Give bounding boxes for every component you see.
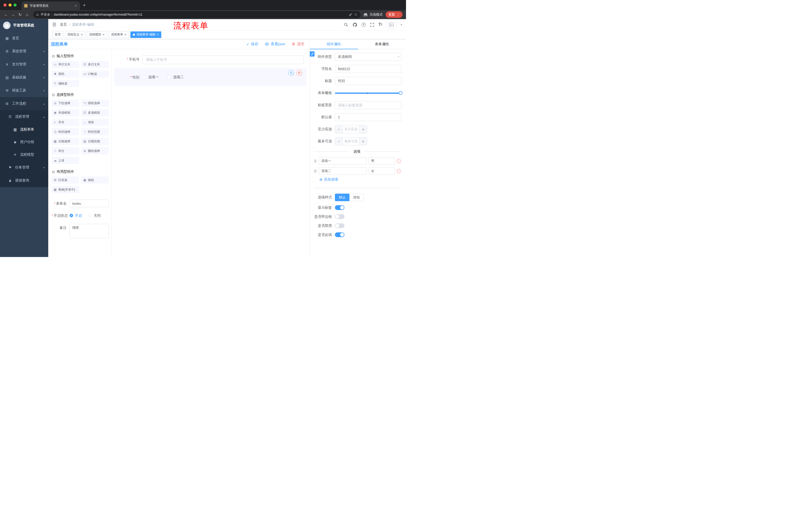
palette-item-password[interactable]: ✱密码 <box>52 71 79 77</box>
option-2-label-input[interactable] <box>319 167 367 175</box>
decrease-button[interactable]: − <box>335 138 343 145</box>
sidebar-toggle-icon[interactable]: ☰ <box>52 22 56 27</box>
palette-item-rate[interactable]: ☆评分 <box>52 147 79 154</box>
clear-button[interactable]: 清空 <box>292 42 304 47</box>
window-minimize-button[interactable] <box>8 3 11 6</box>
decrease-button[interactable]: − <box>335 126 343 133</box>
form-name-input[interactable] <box>69 200 109 207</box>
delete-component-button[interactable] <box>296 70 302 76</box>
palette-item-cascader[interactable]: ⌥级联选择 <box>81 100 109 107</box>
radio-status-on[interactable]: 开启 <box>69 212 82 219</box>
tag-close-icon[interactable]: × <box>103 33 105 36</box>
help-icon[interactable]: ? <box>361 23 366 27</box>
default-value-input[interactable] <box>335 113 402 121</box>
sidebar-item-system[interactable]: ⚙ 系统管理 ▾ <box>0 45 48 58</box>
window-zoom-button[interactable] <box>13 3 17 6</box>
option-2-value-input[interactable] <box>369 167 395 175</box>
fullscreen-icon[interactable] <box>370 23 374 27</box>
option-style-default-button[interactable]: 默认 <box>335 194 349 201</box>
back-button[interactable]: ← <box>2 12 9 17</box>
option-1-label-input[interactable] <box>319 157 367 165</box>
view-json-button[interactable]: 查看json <box>265 42 285 47</box>
sidebar-item-process-form[interactable]: ▥ 流程表单 <box>0 123 48 136</box>
checkbox-box[interactable] <box>142 76 146 79</box>
key-icon[interactable] <box>349 13 352 17</box>
form-remark-textarea[interactable]: 嘿嘿 <box>69 224 109 238</box>
required-switch[interactable] <box>335 232 344 237</box>
window-close-button[interactable] <box>3 3 6 6</box>
canvas-field-phone[interactable]: *手机号 <box>114 52 307 67</box>
tag-process-definition[interactable]: 流程定义 × <box>65 31 85 38</box>
sidebar-item-infrastructure[interactable]: ▤ 基础设施 ▾ <box>0 71 48 84</box>
browser-menu-icon[interactable]: ⋮ <box>397 13 400 17</box>
tag-close-icon[interactable]: × <box>157 33 159 36</box>
checkbox-option-1[interactable]: 选项一 <box>142 75 159 79</box>
home-button[interactable]: ⌂ <box>24 12 31 17</box>
checkbox-option-2[interactable]: 选项二 <box>167 75 184 79</box>
tag-process-form[interactable]: 流程表单 × <box>109 31 129 38</box>
disabled-switch[interactable] <box>335 223 344 228</box>
palette-item-time-picker[interactable]: ◷时间选择 <box>52 128 79 135</box>
min-select-placeholder[interactable]: 至少应选 <box>343 126 359 133</box>
sidebar-item-payment[interactable]: ¥ 支付管理 ▾ <box>0 58 48 71</box>
field-name-input[interactable] <box>335 65 402 73</box>
browser-update-button[interactable]: 更新 ⋮ <box>386 11 403 18</box>
bookmark-star-icon[interactable]: ☆ <box>354 12 357 17</box>
drag-handle-icon[interactable]: ☰ <box>314 159 317 163</box>
palette-item-single-line-text[interactable]: ▭单行文本 <box>52 61 79 68</box>
tab-form-props[interactable]: 表单属性 <box>358 39 406 49</box>
github-icon[interactable] <box>352 22 357 27</box>
avatar[interactable] <box>387 20 396 29</box>
sidebar-item-process-model[interactable]: ✈ 流程模型 <box>0 148 48 161</box>
palette-item-date-range[interactable]: ▤日期范围 <box>81 138 109 145</box>
search-icon[interactable] <box>344 22 348 27</box>
palette-item-table[interactable]: ▦表格[开发中] <box>52 186 79 193</box>
tag-home[interactable]: 首页 <box>52 31 63 38</box>
tag-process-model[interactable]: 流程模型 × <box>87 31 107 38</box>
sidebar-item-task-management[interactable]: ⚑ 任务管理 ▾ <box>0 161 48 174</box>
max-select-placeholder[interactable]: 最多可选 <box>343 138 359 145</box>
palette-item-editor[interactable]: ✎编辑器 <box>52 80 79 87</box>
border-switch[interactable] <box>335 214 344 219</box>
option-1-value-input[interactable] <box>369 157 395 165</box>
palette-item-row-container[interactable]: ⊞行容器 <box>52 177 79 184</box>
palette-item-select[interactable]: ◎下拉选择 <box>52 100 79 107</box>
phone-input[interactable] <box>142 55 303 64</box>
forward-button[interactable]: → <box>9 12 17 17</box>
palette-item-date-picker[interactable]: ▦日期选择 <box>52 138 79 145</box>
component-type-select[interactable]: ▾ <box>335 53 402 61</box>
tag-process-form-edit[interactable]: 流程表单-编辑 × <box>130 31 161 38</box>
palette-item-counter[interactable]: 123计数器 <box>81 71 109 77</box>
increase-button[interactable]: + <box>359 138 367 145</box>
palette-item-switch[interactable]: ◐开关 <box>52 119 79 126</box>
title-input[interactable] <box>335 77 402 85</box>
tag-close-icon[interactable]: × <box>81 33 83 36</box>
palette-item-multi-line-text[interactable]: ☰多行文本 <box>81 61 109 68</box>
sidebar-item-workflow[interactable]: ⊞ 工作流程 ▴ <box>0 97 48 110</box>
grid-slider[interactable] <box>335 89 402 97</box>
slider-handle[interactable] <box>399 91 403 95</box>
tab-close-icon[interactable]: × <box>75 4 77 8</box>
checkbox-box[interactable] <box>167 76 171 79</box>
palette-item-radio-group[interactable]: ◉单选框组 <box>52 109 79 116</box>
avatar-caret-icon[interactable]: ▾ <box>401 23 402 26</box>
label-width-input[interactable] <box>335 101 402 109</box>
radio-status-off[interactable]: 关闭 <box>88 212 101 219</box>
option-style-button-button[interactable]: 按钮 <box>349 194 364 201</box>
sidebar-item-home[interactable]: ▦ 首页 <box>0 32 48 45</box>
increase-button[interactable]: + <box>359 126 367 133</box>
palette-item-time-range[interactable]: ◔时间范围 <box>81 128 109 135</box>
drag-handle-icon[interactable]: ☰ <box>314 169 317 173</box>
font-size-icon[interactable]: TT <box>379 22 383 27</box>
sidebar-item-devtools[interactable]: ⚒ 研发工具 ▾ <box>0 84 48 97</box>
link-icon[interactable] <box>310 51 315 57</box>
address-bar[interactable]: ⚠ 不安全 dashboard.yudao.iocoder.cn/bpm/man… <box>33 11 360 18</box>
sidebar-item-user-group[interactable]: ☻ 用户分组 <box>0 136 48 148</box>
tab-component-props[interactable]: 组件属性 <box>310 39 358 49</box>
sidebar-item-process-management[interactable]: ☰ 流程管理 ▴ <box>0 110 48 123</box>
palette-item-upload[interactable]: ☁上传 <box>52 157 79 164</box>
sidebar-item-leave-query[interactable]: ♟ 请假查询 <box>0 174 48 187</box>
new-tab-button[interactable]: + <box>83 2 86 8</box>
tag-close-icon[interactable]: × <box>125 33 126 36</box>
palette-item-checkbox-group[interactable]: ☑多选框组 <box>81 109 109 116</box>
